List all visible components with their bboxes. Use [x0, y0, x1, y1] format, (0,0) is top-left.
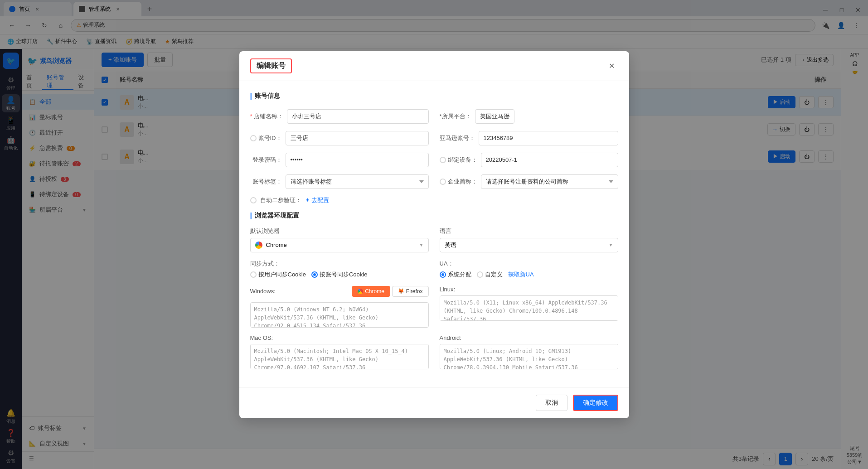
ua-textarea-row-2: Mac OS: Mozilla/5.0 (Macintosh; Intel Ma…: [250, 334, 618, 371]
browser-env-section-title: 浏览器环境配置: [250, 212, 618, 220]
macos-label: Mac OS:: [250, 334, 273, 341]
account-tag-select[interactable]: 请选择账号标签: [286, 174, 429, 189]
password-label: 登录密码：: [250, 156, 282, 164]
ua-label: UA：: [440, 260, 454, 267]
shop-name-label: 店铺名称：: [250, 112, 284, 121]
windows-firefox-btn[interactable]: 🦊 Firefox: [392, 286, 429, 297]
modal-title: 编辑账号: [250, 58, 292, 73]
form-row-3: 登录密码： 绑定设备：: [250, 153, 618, 167]
account-tag-select-wrap: 请选择账号标签: [286, 174, 429, 189]
windows-label: Windows:: [250, 288, 276, 295]
amazon-account-label: 亚马逊账号：: [440, 134, 475, 142]
sync-account-radio-dot: [311, 271, 318, 278]
macos-ua-col: Mac OS: Mozilla/5.0 (Macintosh; Intel Ma…: [250, 334, 429, 371]
company-select[interactable]: 请选择账号注册资料的公司简称: [481, 174, 618, 189]
lang-select-display[interactable]: 英语 ▼: [440, 238, 618, 252]
company-radio-dot: [440, 179, 446, 185]
ua-system-radio-dot: [440, 271, 446, 278]
linux-label: Linux:: [440, 286, 456, 293]
bind-device-label: 绑定设备：: [448, 156, 477, 164]
account-id-radio-dot: [250, 135, 257, 141]
form-item-account-id: 账号ID：: [250, 131, 429, 145]
account-id-label: 账号ID：: [258, 134, 282, 142]
chrome-icon: [255, 242, 262, 249]
macos-ua-textarea[interactable]: Mozilla/5.0 (Macintosh; Intel Mac OS X 1…: [250, 344, 429, 369]
two-step-radio[interactable]: [250, 197, 257, 203]
modal-footer: 取消 确定修改: [239, 387, 629, 418]
modal-close-button[interactable]: ✕: [606, 59, 618, 72]
account-tag-label: 账号标签：: [250, 178, 282, 186]
android-label: Android:: [440, 334, 461, 341]
two-step-config-link[interactable]: ✦ 去配置: [305, 196, 330, 204]
form-item-bind-device: 绑定设备：: [440, 153, 618, 167]
two-step-label: 自动二步验证：: [260, 196, 301, 204]
modal-overlay: 编辑账号 ✕ 账号信息 店铺名称： *所属平台： 美国亚马逊: [0, 0, 868, 469]
sync-col: 同步方式： 按用户同步Cookie 按账号同步Cookie: [250, 260, 429, 279]
windows-ua-textarea[interactable]: Mozilla/5.0 (Windows NT 6.2; WOW64) Appl…: [250, 302, 429, 328]
default-browser-col: 默认浏览器 Chrome ▼: [250, 227, 429, 252]
amazon-account-input[interactable]: [479, 131, 618, 145]
bind-device-radio[interactable]: [440, 157, 446, 163]
two-step-row: 自动二步验证： ✦ 去配置: [250, 196, 618, 204]
sync-options: 按用户同步Cookie 按账号同步Cookie: [250, 271, 429, 279]
ua-custom-radio[interactable]: 自定义: [477, 271, 503, 279]
ua-custom-radio-dot: [477, 271, 483, 278]
sync-account-radio[interactable]: 按账号同步Cookie: [311, 271, 367, 279]
sync-ua-row: 同步方式： 按用户同步Cookie 按账号同步Cookie: [250, 260, 618, 279]
ua-options: 系统分配 自定义 获取新UA: [440, 271, 618, 279]
ua-system-radio[interactable]: 系统分配: [440, 271, 471, 279]
account-id-radio[interactable]: [250, 135, 257, 141]
android-ua-col: Android: Mozilla/5.0 (Linux; Android 10;…: [440, 334, 618, 371]
windows-ua-col: Windows: Chrome 🦊 Firefox: [250, 286, 429, 329]
form-row-4: 账号标签： 请选择账号标签 企业简称：: [250, 174, 618, 189]
default-browser-label: 默认浏览器: [250, 227, 429, 235]
shop-name-input[interactable]: [287, 109, 428, 124]
lang-col: 语言 英语 ▼: [440, 227, 618, 252]
browser-lang-row: 默认浏览器 Chrome ▼ 语言 英语 ▼: [250, 227, 618, 252]
linux-ua-textarea[interactable]: Mozilla/5.0 (X11; Linux x86_64) AppleWeb…: [440, 295, 618, 321]
account-info-section-title: 账号信息: [250, 92, 618, 100]
lang-select-arrow: ▼: [609, 242, 613, 247]
windows-ua-buttons: Chrome 🦊 Firefox: [352, 286, 428, 297]
modal-body: 账号信息 店铺名称： *所属平台： 美国亚马逊: [239, 81, 629, 387]
get-new-ua-link[interactable]: 获取新UA: [508, 271, 534, 279]
form-item-amazon-account: 亚马逊账号：: [440, 131, 618, 145]
form-item-platform: *所属平台： 美国亚马逊: [440, 109, 618, 124]
form-item-password: 登录密码：: [250, 153, 429, 167]
bind-device-radio-dot: [440, 157, 446, 163]
platform-select[interactable]: 美国亚马逊: [475, 109, 514, 124]
company-select-wrap: 请选择账号注册资料的公司简称: [481, 174, 618, 189]
windows-chrome-btn[interactable]: Chrome: [352, 286, 390, 297]
platform-select-wrap: 美国亚马逊: [475, 109, 618, 124]
form-item-account-tag: 账号标签： 请选择账号标签: [250, 174, 429, 189]
ua-textarea-row-1: Windows: Chrome 🦊 Firefox: [250, 286, 618, 329]
account-id-input[interactable]: [286, 131, 429, 145]
two-step-radio-dot: [250, 197, 257, 203]
browser-select-display[interactable]: Chrome ▼: [250, 238, 429, 252]
modal-header: 编辑账号 ✕: [239, 51, 629, 81]
confirm-button[interactable]: 确定修改: [573, 395, 618, 411]
browser-env-section: 浏览器环境配置 默认浏览器 Chrome ▼ 语言 英语: [250, 212, 618, 371]
sync-user-radio[interactable]: 按用户同步Cookie: [250, 271, 306, 279]
password-input[interactable]: [286, 153, 429, 167]
form-row-2: 账号ID： 亚马逊账号：: [250, 131, 618, 145]
browser-select-arrow: ▼: [419, 242, 424, 247]
form-item-shop-name: 店铺名称：: [250, 109, 429, 124]
sync-label: 同步方式：: [250, 260, 280, 267]
company-label: 企业简称：: [448, 178, 477, 186]
bind-device-input[interactable]: [481, 153, 618, 167]
cancel-button[interactable]: 取消: [536, 395, 567, 411]
form-row-1: 店铺名称： *所属平台： 美国亚马逊: [250, 109, 618, 124]
form-item-company: 企业简称： 请选择账号注册资料的公司简称: [440, 174, 618, 189]
edit-account-modal: 编辑账号 ✕ 账号信息 店铺名称： *所属平台： 美国亚马逊: [239, 51, 629, 418]
android-ua-textarea[interactable]: Mozilla/5.0 (Linux; Android 10; GM1913) …: [440, 344, 618, 369]
sync-user-radio-dot: [250, 271, 257, 278]
lang-label: 语言: [440, 227, 618, 235]
platform-label: *所属平台：: [440, 112, 471, 121]
ua-col: UA： 系统分配 自定义 获取新UA: [440, 260, 618, 279]
linux-ua-col: Linux: Mozilla/5.0 (X11; Linux x86_64) A…: [440, 286, 618, 329]
company-radio[interactable]: [440, 179, 446, 185]
chrome-btn-icon: [358, 289, 363, 294]
